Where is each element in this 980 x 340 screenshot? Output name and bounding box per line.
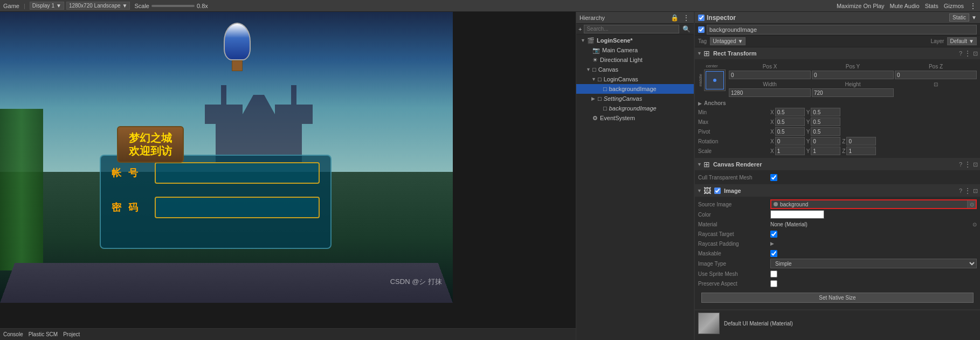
anchor-min-y-input[interactable] <box>811 108 840 116</box>
resolution-dropdown[interactable]: 1280x720 Landscape ▼ <box>66 2 130 10</box>
bg-img-label: backgroundImage <box>609 86 657 92</box>
canvas-renderer-section: ▼ ⊞ Canvas Renderer ? ⋮ ⊡ Cull Transpare… <box>695 158 980 185</box>
hierarchy-item-background-image[interactable]: □ backgroundImage <box>576 84 694 94</box>
more-options-icon[interactable]: ⋮ <box>969 2 977 10</box>
rot-x-input[interactable] <box>775 137 805 145</box>
use-sprite-mesh-checkbox[interactable] <box>770 270 777 277</box>
pivot-inputs: X Y <box>770 127 977 136</box>
cull-transparent-checkbox[interactable] <box>770 174 777 181</box>
plastic-scm-tab[interactable]: Plastic SCM <box>29 331 58 337</box>
anchors-arrow[interactable]: ▶ <box>698 101 702 106</box>
password-input[interactable] <box>155 197 320 218</box>
object-active-checkbox[interactable] <box>698 26 705 33</box>
set-native-size-area: Set Native Size <box>695 288 980 307</box>
pos-y-input[interactable] <box>812 71 894 79</box>
rect-transform-settings-btn[interactable]: ⋮ <box>964 49 971 58</box>
anchor-max-y-input[interactable] <box>811 117 840 126</box>
source-image-row: Source Image background ⊙ <box>695 199 980 210</box>
rect-pos-pivot-area: center middle Pos X Po <box>695 61 980 99</box>
scale-slider[interactable] <box>151 5 195 7</box>
hierarchy-item-event-system[interactable]: ⚙ EventSystem <box>576 113 694 123</box>
mute-audio-btn[interactable]: Mute Audio <box>890 3 920 9</box>
object-name-row <box>695 24 980 36</box>
canvas-renderer-settings-btn[interactable]: ⋮ <box>964 160 971 169</box>
main-camera-label: Main Camera <box>602 47 638 53</box>
console-tab[interactable]: Console <box>3 331 23 337</box>
anchor-max-x-input[interactable] <box>775 117 805 126</box>
rect-transform-expand-btn[interactable]: ⊡ <box>973 50 978 57</box>
hierarchy-item-main-camera[interactable]: 📷 Main Camera <box>576 45 694 55</box>
rot-z-input[interactable] <box>846 137 876 145</box>
hierarchy-item-directional-light[interactable]: ☀ Directional Light <box>576 55 694 65</box>
rect-transform-icon: ⊞ <box>703 49 710 58</box>
pos-x-input[interactable] <box>729 71 811 79</box>
display-dropdown[interactable]: Display 1 ▼ <box>30 2 64 10</box>
height-input[interactable] <box>812 88 894 97</box>
pivot-center-dot <box>713 79 716 82</box>
gizmos-btn[interactable]: Gizmos <box>944 3 964 9</box>
set-native-size-btn[interactable]: Set Native Size <box>701 293 974 303</box>
image-settings-btn[interactable]: ⋮ <box>964 186 971 195</box>
component-enabled-checkbox[interactable] <box>698 15 705 21</box>
rot-x: X <box>770 137 805 145</box>
color-swatch[interactable] <box>770 210 824 219</box>
game-bottom-bar: Console Plastic SCM Project <box>0 328 576 340</box>
pos-z-input[interactable] <box>895 71 977 79</box>
scale-z-input[interactable] <box>846 147 876 155</box>
rect-transform-help-btn[interactable]: ? <box>959 50 962 57</box>
canvas-renderer-header[interactable]: ▼ ⊞ Canvas Renderer ? ⋮ ⊡ <box>695 158 980 170</box>
width-input[interactable] <box>729 88 811 97</box>
scale-label: Scale <box>134 3 149 9</box>
canvas-renderer-expand-btn[interactable]: ⊡ <box>973 161 978 168</box>
tag-layer-row: Tag Untagged ▼ Layer Default ▼ <box>695 36 980 47</box>
hierarchy-more-icon[interactable]: ⋮ <box>682 14 691 22</box>
anchor-min-x-input[interactable] <box>775 108 805 116</box>
maskable-checkbox[interactable] <box>770 250 777 257</box>
image-expand-btn[interactable]: ⊡ <box>973 188 978 195</box>
hierarchy-lock-icon[interactable]: 🔒 <box>670 14 680 22</box>
hierarchy-scene[interactable]: ▼ 🎬 LoginScene* <box>576 36 694 45</box>
static-btn[interactable]: Static <box>949 13 969 22</box>
hierarchy-search-input[interactable] <box>584 25 679 33</box>
rot-y-input[interactable] <box>811 137 840 145</box>
preserve-aspect-checkbox[interactable] <box>770 280 777 287</box>
layer-label: Layer <box>930 38 944 44</box>
layer-dropdown[interactable]: Default ▼ <box>947 37 977 45</box>
login-title-text-line1: 梦幻之城 <box>129 131 172 144</box>
hierarchy-filter-icon[interactable]: 🔍 <box>681 25 692 33</box>
tag-dropdown[interactable]: Untagged ▼ <box>710 37 746 45</box>
image-type-select[interactable]: Simple Sliced Tiled Filled <box>770 259 977 268</box>
hierarchy-item-background-image2[interactable]: □ backgroundImage <box>576 103 694 113</box>
username-input[interactable] <box>155 162 320 184</box>
raycast-target-checkbox[interactable] <box>770 231 777 238</box>
image-type-row: Image Type Simple Sliced Tiled Filled <box>695 258 980 269</box>
raycast-padding-arrow[interactable]: ▶ <box>770 241 774 246</box>
expand-arrow-btn[interactable]: ▼ <box>971 15 977 20</box>
pivot-y: Y <box>806 127 841 136</box>
hierarchy-title: Hierarchy <box>579 15 667 21</box>
scale-y-input[interactable] <box>811 147 840 155</box>
stats-btn[interactable]: Stats <box>925 3 938 9</box>
hierarchy-item-canvas[interactable]: ▼ □ Canvas <box>576 65 694 74</box>
image-enabled-checkbox[interactable] <box>714 188 721 194</box>
pivot-x-input[interactable] <box>775 127 805 136</box>
canvas-renderer-icon: ⊞ <box>703 160 710 169</box>
material-select-btn[interactable]: ⊙ <box>972 221 977 227</box>
material-row: Material None (Material) ⊙ <box>695 219 980 229</box>
hierarchy-item-login-canvas[interactable]: ▼ □ LoginCanvas <box>576 74 694 84</box>
canvas-renderer-help-btn[interactable]: ? <box>959 161 962 168</box>
rect-transform-header[interactable]: ▼ ⊞ Rect Transform ? ⋮ ⊡ <box>695 47 980 59</box>
hierarchy-add-btn[interactable]: + <box>578 26 582 32</box>
object-name-input[interactable] <box>707 25 977 34</box>
pivot-diagram[interactable] <box>704 70 726 91</box>
project-tab[interactable]: Project <box>63 331 80 337</box>
hierarchy-item-setting-canvas[interactable]: ▶ □ SettingCanvas <box>576 94 694 103</box>
maximize-on-play-btn[interactable]: Maximize On Play <box>837 3 885 9</box>
pivot-y-input[interactable] <box>811 127 840 136</box>
image-help-btn[interactable]: ? <box>959 188 962 194</box>
source-image-select-btn[interactable]: ⊙ <box>967 200 976 208</box>
middle-center-row: middle <box>698 70 726 91</box>
image-header[interactable]: ▼ 🖼 Image ? ⋮ ⊡ <box>695 185 980 197</box>
scale-x-input[interactable] <box>775 147 805 155</box>
pivot-label: Pivot <box>698 129 768 135</box>
